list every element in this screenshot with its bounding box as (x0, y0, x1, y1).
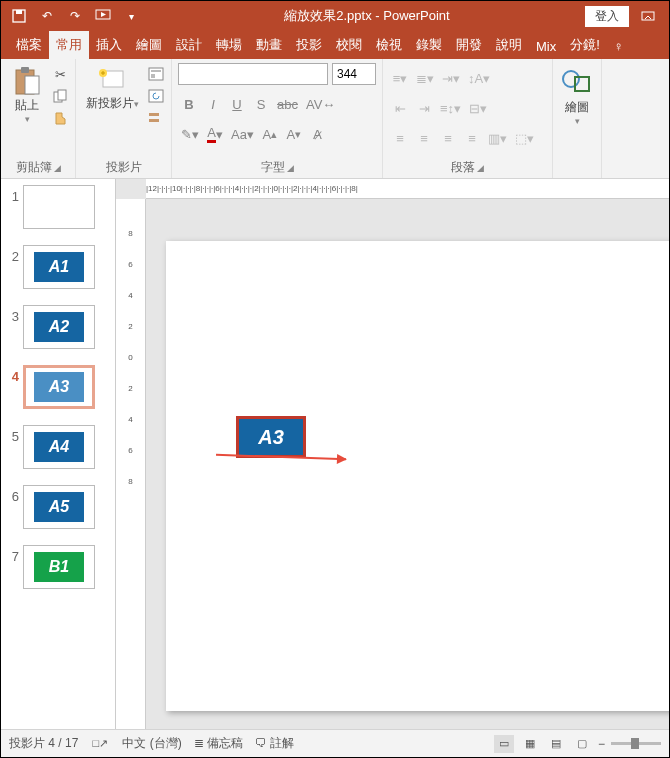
highlight-button[interactable]: ✎▾ (178, 123, 202, 145)
italic-button[interactable]: I (202, 93, 224, 115)
font-launcher-icon[interactable]: ◢ (287, 163, 294, 173)
section-icon[interactable] (147, 109, 165, 127)
tab-design[interactable]: 設計 (169, 31, 209, 59)
reading-view-icon[interactable]: ▤ (546, 735, 566, 753)
paragraph-launcher-icon[interactable]: ◢ (477, 163, 484, 173)
tab-slideshow[interactable]: 投影 (289, 31, 329, 59)
zoom-out-button[interactable]: − (598, 737, 605, 751)
tab-mix[interactable]: Mix (529, 34, 563, 59)
tab-transitions[interactable]: 轉場 (209, 31, 249, 59)
font-color-button[interactable]: A▾ (204, 123, 226, 145)
thumb-preview[interactable]: A2 (23, 305, 95, 349)
undo-icon[interactable]: ↶ (39, 8, 55, 24)
slide-thumbnails-panel[interactable]: 12A13A24A35A46A57B1 (1, 179, 116, 729)
svg-rect-12 (151, 70, 161, 72)
columns-button[interactable]: ▥▾ (485, 127, 510, 149)
justify-button[interactable]: ≡ (461, 127, 483, 149)
redo-icon[interactable]: ↷ (67, 8, 83, 24)
thumb-preview[interactable]: A5 (23, 485, 95, 529)
tab-insert[interactable]: 插入 (89, 31, 129, 59)
new-slide-button[interactable]: 新投影片▾ (82, 63, 143, 112)
list-level-button[interactable]: ⇥▾ (439, 67, 463, 89)
language-status[interactable]: 中文 (台灣) (122, 735, 181, 752)
thumb-item-3[interactable]: 3A2 (5, 305, 111, 349)
underline-button[interactable]: U (226, 93, 248, 115)
thumb-number: 6 (5, 485, 19, 504)
clear-format-button[interactable]: A̷ (307, 123, 329, 145)
align-right-button[interactable]: ≡ (437, 127, 459, 149)
tab-review[interactable]: 校閱 (329, 31, 369, 59)
paste-label: 貼上 (15, 97, 39, 114)
horizontal-ruler[interactable]: |12|·|·|·|10|·|·|·|8|·|·|·|6|·|·|·|4|·|·… (146, 179, 669, 199)
slideshow-view-icon[interactable]: ▢ (572, 735, 592, 753)
align-text-button[interactable]: ⊟▾ (466, 97, 490, 119)
thumb-preview[interactable]: A3 (23, 365, 95, 409)
strike-button[interactable]: abc (274, 93, 301, 115)
cut-icon[interactable]: ✂ (51, 65, 69, 83)
shadow-button[interactable]: S (250, 93, 272, 115)
char-spacing-button[interactable]: AV↔ (303, 93, 338, 115)
tab-help[interactable]: 說明 (489, 31, 529, 59)
start-slideshow-icon[interactable] (95, 8, 111, 24)
sorter-view-icon[interactable]: ▦ (520, 735, 540, 753)
font-size-input[interactable] (332, 63, 376, 85)
thumb-preview[interactable] (23, 185, 95, 229)
thumb-preview[interactable]: A4 (23, 425, 95, 469)
thumb-item-2[interactable]: 2A1 (5, 245, 111, 289)
change-case-button[interactable]: Aa▾ (228, 123, 257, 145)
thumb-item-4[interactable]: 4A3 (5, 365, 111, 409)
slide-counter[interactable]: 投影片 4 / 17 (9, 735, 78, 752)
thumb-item-7[interactable]: 7B1 (5, 545, 111, 589)
grow-font-button[interactable]: A▴ (259, 123, 281, 145)
align-center-button[interactable]: ≡ (413, 127, 435, 149)
thumb-content: B1 (34, 552, 84, 582)
spellcheck-icon[interactable]: □↗ (90, 735, 110, 753)
zoom-slider[interactable] (611, 742, 661, 745)
font-family-select[interactable] (178, 63, 328, 85)
text-direction-button[interactable]: ↕A▾ (465, 67, 493, 89)
layout-icon[interactable] (147, 65, 165, 83)
canvas-background[interactable]: A3 (146, 199, 669, 729)
thumb-preview[interactable]: B1 (23, 545, 95, 589)
thumb-item-6[interactable]: 6A5 (5, 485, 111, 529)
slide-shape-a3[interactable]: A3 (236, 416, 306, 458)
numbering-button[interactable]: ≣▾ (413, 67, 437, 89)
qat-customize-icon[interactable]: ▾ (123, 8, 139, 24)
thumb-item-5[interactable]: 5A4 (5, 425, 111, 469)
reset-icon[interactable] (147, 87, 165, 105)
save-icon[interactable] (11, 8, 27, 24)
bold-button[interactable]: B (178, 93, 200, 115)
tab-home[interactable]: 常用 (49, 31, 89, 59)
thumb-item-1[interactable]: 1 (5, 185, 111, 229)
active-slide[interactable]: A3 (166, 241, 669, 711)
increase-indent-button[interactable]: ⇥ (413, 97, 435, 119)
tab-draw[interactable]: 繪圖 (129, 31, 169, 59)
tell-me-icon[interactable]: ♀ (607, 34, 631, 59)
bullets-button[interactable]: ≡▾ (389, 67, 411, 89)
align-left-button[interactable]: ≡ (389, 127, 411, 149)
shrink-font-button[interactable]: A▾ (283, 123, 305, 145)
decrease-indent-button[interactable]: ⇤ (389, 97, 411, 119)
line-spacing-button[interactable]: ≡↕▾ (437, 97, 464, 119)
tab-animations[interactable]: 動畫 (249, 31, 289, 59)
tab-developer[interactable]: 開發 (449, 31, 489, 59)
notes-button[interactable]: ≣ 備忘稿 (194, 735, 243, 752)
comments-button[interactable]: 🗨 註解 (255, 735, 294, 752)
login-button[interactable]: 登入 (585, 6, 629, 27)
copy-icon[interactable] (51, 87, 69, 105)
ribbon-display-icon[interactable] (633, 6, 663, 26)
normal-view-icon[interactable]: ▭ (494, 735, 514, 753)
tab-view[interactable]: 檢視 (369, 31, 409, 59)
thumb-preview[interactable]: A1 (23, 245, 95, 289)
tab-record[interactable]: 錄製 (409, 31, 449, 59)
smartart-button[interactable]: ⬚▾ (512, 127, 537, 149)
vertical-ruler[interactable]: 864202468 (116, 199, 146, 729)
tab-file[interactable]: 檔案 (9, 31, 49, 59)
editing-area: 12A13A24A35A46A57B1 |12|·|·|·|10|·|·|·|8… (1, 179, 669, 729)
clipboard-launcher-icon[interactable]: ◢ (54, 163, 61, 173)
paste-button[interactable]: 貼上 ▾ (7, 63, 47, 126)
drawing-shapes-button[interactable]: 繪圖 ▾ (559, 63, 595, 126)
tab-storyboard[interactable]: 分鏡! (563, 31, 607, 59)
paste-icon (11, 65, 43, 97)
format-painter-icon[interactable] (51, 109, 69, 127)
